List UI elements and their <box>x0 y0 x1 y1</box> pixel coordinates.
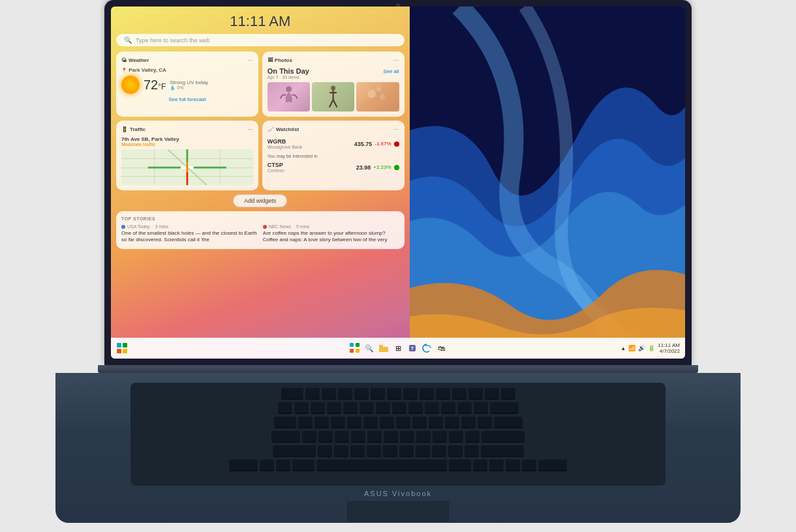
r-key[interactable] <box>347 417 361 428</box>
photo-thumb-2[interactable] <box>312 82 354 111</box>
touchpad[interactable] <box>346 500 450 523</box>
b-key[interactable] <box>383 445 397 457</box>
a-key[interactable] <box>302 431 316 443</box>
story-2[interactable]: NBC News · 5 mins Are coffee naps the an… <box>263 224 399 244</box>
6-key[interactable] <box>376 402 390 414</box>
5-key[interactable] <box>360 402 374 414</box>
traffic-widget[interactable]: 🚦 Traffic ··· 7th Ave SB, Park Valley Mo… <box>116 121 258 190</box>
t-key[interactable] <box>363 417 378 428</box>
x-key[interactable] <box>334 445 348 457</box>
comma-key[interactable] <box>432 445 446 457</box>
alt-right-key[interactable] <box>449 460 471 471</box>
e-key[interactable] <box>331 417 345 428</box>
period-key[interactable] <box>448 445 463 457</box>
win-key[interactable] <box>276 460 290 471</box>
f10-key[interactable] <box>452 388 467 400</box>
8-key[interactable] <box>408 402 423 414</box>
lshift-key[interactable] <box>273 445 316 457</box>
quote-key[interactable] <box>465 431 480 443</box>
esc-key[interactable] <box>281 388 303 400</box>
alt-left-key[interactable] <box>292 460 314 471</box>
f6-key[interactable] <box>387 388 401 400</box>
fn-key[interactable] <box>260 460 274 471</box>
f12-key[interactable] <box>485 388 499 400</box>
o-key[interactable] <box>429 417 443 428</box>
4-key[interactable] <box>343 402 358 414</box>
backspace-key[interactable] <box>490 402 519 414</box>
story-1[interactable]: USA Today · 3 mins One of the smallest b… <box>121 224 258 244</box>
backslash-key[interactable] <box>494 417 523 428</box>
rbracket-key[interactable] <box>478 417 492 428</box>
g-key[interactable] <box>367 431 382 443</box>
1-key[interactable] <box>294 402 309 414</box>
f9-key[interactable] <box>436 388 450 400</box>
l-key[interactable] <box>433 431 447 443</box>
m-key[interactable] <box>416 445 430 457</box>
7-key[interactable] <box>392 402 406 414</box>
d-key[interactable] <box>335 431 349 443</box>
z-key[interactable] <box>318 445 332 457</box>
equals-key[interactable] <box>474 402 488 414</box>
minus-key[interactable] <box>457 402 472 414</box>
space-key[interactable] <box>316 460 447 471</box>
del-key[interactable] <box>501 388 515 400</box>
2-key[interactable] <box>311 402 325 414</box>
n-key[interactable] <box>399 445 414 457</box>
right-key[interactable] <box>522 460 536 471</box>
q-key[interactable] <box>298 417 313 428</box>
photo-thumb-1[interactable] <box>268 82 310 111</box>
photos-menu-icon[interactable]: ··· <box>393 57 399 64</box>
c-key[interactable] <box>350 445 365 457</box>
left-key[interactable] <box>489 460 504 471</box>
k-key[interactable] <box>416 431 431 443</box>
start-menu-icon[interactable] <box>349 342 361 354</box>
ctrl-left-key[interactable] <box>229 460 258 471</box>
backtick-key[interactable] <box>278 402 292 414</box>
y-key[interactable] <box>380 417 394 428</box>
f-key[interactable] <box>351 431 365 443</box>
add-widgets-button[interactable]: Add widgets <box>233 194 287 207</box>
w-key[interactable] <box>314 417 329 428</box>
f4-key[interactable] <box>354 388 369 400</box>
lbracket-key[interactable] <box>461 417 476 428</box>
s-key[interactable] <box>318 431 333 443</box>
store-icon[interactable]: 🛍 <box>435 342 447 354</box>
weather-forecast-link[interactable]: See full forecast <box>121 96 253 102</box>
down-key[interactable] <box>506 460 520 471</box>
watchlist-widget[interactable]: 📈 Watchlist ··· WGRB Woodgrove Bank <box>262 121 405 190</box>
v-key[interactable] <box>367 445 381 457</box>
photos-widget[interactable]: 🖼 Photos ··· On This Day See all Apr 7 · <box>262 52 405 117</box>
h-key[interactable] <box>384 431 398 443</box>
p-key[interactable] <box>445 417 459 428</box>
f1-key[interactable] <box>305 388 320 400</box>
ctrl-right-key[interactable] <box>538 460 567 471</box>
weather-widget[interactable]: 🌤 Weather ··· Park Valley, CA <box>116 52 258 117</box>
up-key[interactable] <box>473 460 487 471</box>
file-explorer-icon[interactable] <box>378 342 390 354</box>
semicolon-key[interactable] <box>449 431 463 443</box>
slash-key[interactable] <box>465 445 479 457</box>
f2-key[interactable] <box>322 388 336 400</box>
i-key[interactable] <box>412 417 427 428</box>
j-key[interactable] <box>400 431 414 443</box>
traffic-menu-icon[interactable]: ··· <box>247 126 253 133</box>
photo-thumb-3[interactable] <box>356 82 399 111</box>
enter-key[interactable] <box>482 431 525 443</box>
f8-key[interactable] <box>420 388 434 400</box>
start-button[interactable] <box>116 342 128 354</box>
tray-clock[interactable]: 11:11 AM 4/7/2022 <box>658 342 680 354</box>
3-key[interactable] <box>327 402 341 414</box>
f5-key[interactable] <box>371 388 385 400</box>
watchlist-menu-icon[interactable]: ··· <box>393 126 399 133</box>
photos-see-all-link[interactable]: See all <box>383 68 399 74</box>
edge-icon[interactable] <box>421 342 433 354</box>
rshift-key[interactable] <box>481 445 524 457</box>
widgets-icon[interactable]: ⊞ <box>392 342 404 354</box>
caps-key[interactable] <box>271 431 300 443</box>
f3-key[interactable] <box>338 388 352 400</box>
weather-menu-icon[interactable]: ··· <box>247 57 253 64</box>
f11-key[interactable] <box>468 388 483 400</box>
9-key[interactable] <box>425 402 439 414</box>
u-key[interactable] <box>396 417 410 428</box>
tab-key[interactable] <box>274 417 296 428</box>
